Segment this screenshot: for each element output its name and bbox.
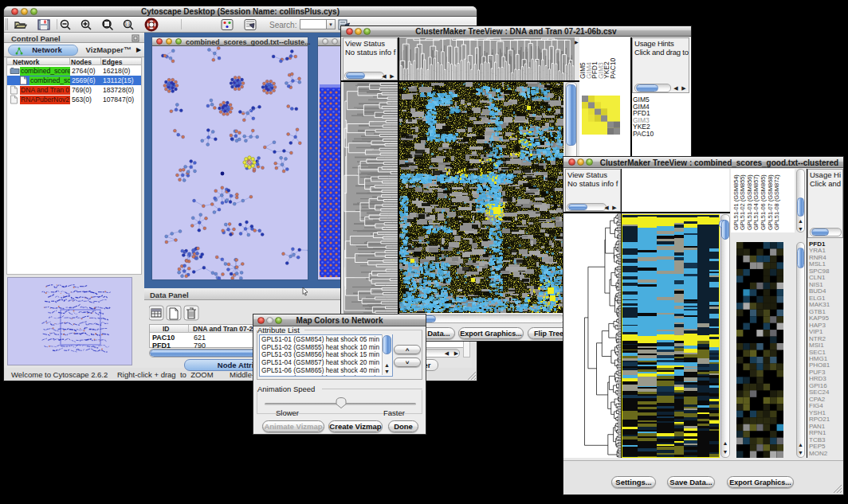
svg-text:GPL51-08 (GSM872): GPL51-08 (GSM872): [773, 174, 780, 230]
svg-text:PAC10: PAC10: [609, 57, 617, 79]
svg-text:1:1: 1:1: [125, 21, 131, 26]
